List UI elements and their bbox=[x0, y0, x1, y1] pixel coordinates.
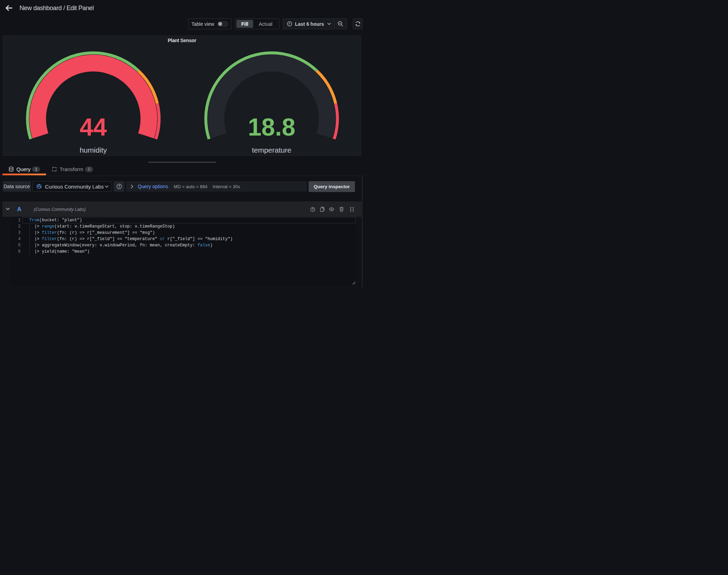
svg-text:18.8: 18.8 bbox=[248, 113, 295, 140]
svg-text:humidity: humidity bbox=[79, 146, 107, 154]
svg-text:temperature: temperature bbox=[252, 146, 291, 154]
svg-text:44: 44 bbox=[80, 113, 107, 140]
